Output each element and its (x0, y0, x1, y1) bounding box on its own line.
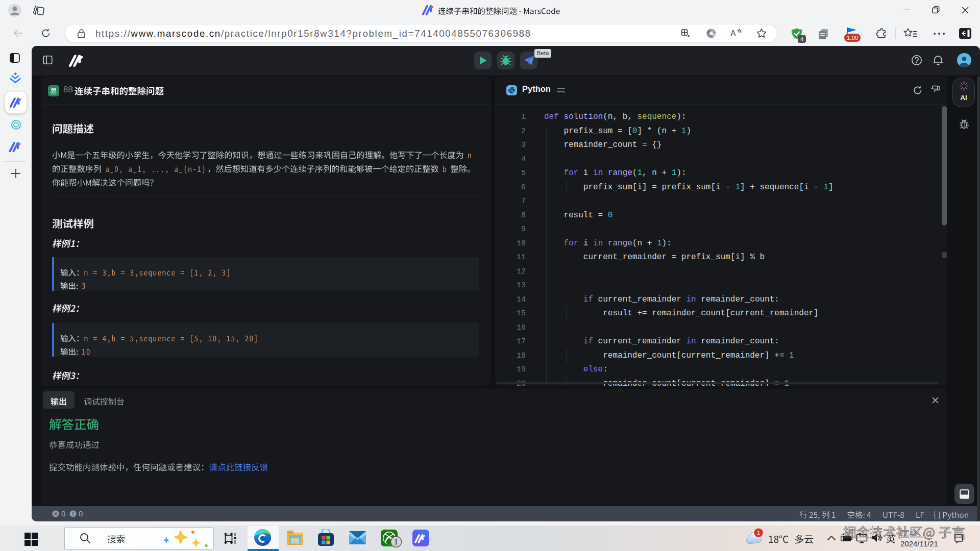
svg-text:1: 1 (757, 530, 760, 536)
svg-text:1.00: 1.00 (847, 35, 858, 41)
svg-text:A: A (730, 29, 736, 38)
svg-text:1: 1 (394, 538, 398, 546)
svg-text:4: 4 (800, 36, 803, 42)
